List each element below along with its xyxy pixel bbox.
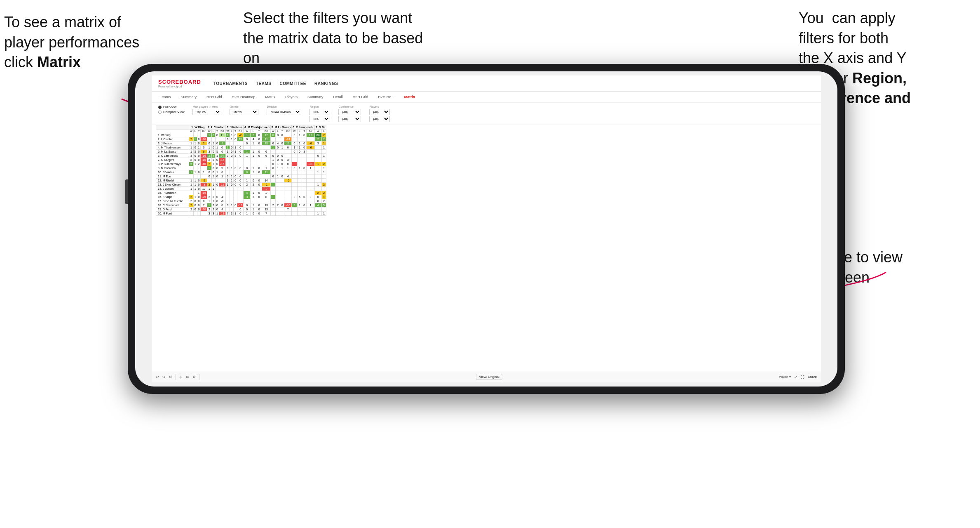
table-row: 17. S De La Fuente 2000 110-8 02 [156, 199, 326, 203]
sh-d2: Dif [219, 130, 225, 133]
col-header-5: 5. M La Sasso [270, 125, 291, 130]
subnav-h2h-grid[interactable]: H2H Grid [205, 94, 224, 100]
region-label: Region [309, 105, 330, 108]
sh-l3: L [230, 130, 234, 133]
sh-w7: W [314, 130, 321, 133]
row-label-5: 5. M La Sasso [156, 150, 189, 154]
filter-players: Players (All) (All) [369, 105, 390, 122]
conference-select-2[interactable]: (All) [338, 116, 361, 122]
row-label-19: 19. D Ford [156, 207, 189, 212]
sh-w4: W [244, 130, 251, 133]
row-label-11: 11. M Ege [156, 174, 189, 179]
table-row: 18. C Sherwood 2007 1300 010-11 01013 22… [156, 203, 326, 207]
sh-d1: Dif [201, 130, 207, 133]
sh-d4: Dif [262, 130, 271, 133]
col-header-7: 7. G Sa [314, 125, 326, 130]
sh-l1: L [193, 130, 197, 133]
sh-w6: W [292, 130, 298, 133]
region-select-2[interactable]: N/A [309, 116, 330, 122]
watch-btn[interactable]: Watch ▾ [779, 375, 791, 379]
table-row: 2. L Clanton 210-16 01013 04011 -24 22 [156, 137, 326, 141]
reload-btn[interactable]: ↺ [169, 375, 172, 379]
sh-t5: T [280, 130, 284, 133]
subnav-summary[interactable]: Summary [179, 94, 199, 100]
table-row: 1. W Ding 12011 110-2 12017 800 01013 60… [156, 133, 326, 137]
row-label-1: 1. W Ding [156, 133, 189, 137]
tablet-screen: SCOREBOARD Powered by clippd TOURNAMENTS… [152, 75, 821, 382]
division-select[interactable]: NCAA Division I [267, 109, 301, 115]
bottom-toolbar: ↩ ↪ ↺ ⊹ ⊕ ⚙ View: Original Watch ▾ ⤢ ⛶ S… [152, 371, 821, 382]
cursor-btn[interactable]: ⊹ [179, 375, 183, 379]
nav-tournaments[interactable]: TOURNAMENTS [213, 81, 248, 86]
subnav-h2h-he[interactable]: H2H He... [376, 94, 396, 100]
table-row: 13. J Skov Olesen 110-3 210-19 1000 220-… [156, 183, 326, 187]
view-full[interactable]: Full View [158, 105, 184, 109]
sh-l6: L [297, 130, 302, 133]
gender-label: Gender [230, 105, 258, 108]
view-compact[interactable]: Compact View [158, 110, 184, 114]
settings-btn[interactable]: ⚙ [192, 375, 196, 379]
toolbar-divider-2 [199, 374, 199, 380]
subnav-players-summary[interactable]: Summary [306, 94, 325, 100]
table-row: 16. K Vilips 210-25 2204 3308 0500 01 [156, 195, 326, 199]
table-row: 10. B Valdes 1101 0010 81011 11 [156, 170, 326, 174]
table-row: 6. C Lamprecht 300-16 24124 3050 1106 00… [156, 154, 326, 158]
subnav-detail[interactable]: Detail [332, 94, 345, 100]
redo-btn[interactable]: ↪ [162, 375, 166, 379]
sh-w2: W [207, 130, 211, 133]
toolbar-center: View: Original [203, 374, 776, 380]
col-header-3: 3. J Koivun [225, 125, 244, 130]
sh-t3: T [234, 130, 237, 133]
subnav-matrix-active[interactable]: Matrix [403, 94, 417, 100]
conference-select-1[interactable]: (All) [338, 109, 361, 115]
share-btn[interactable]: Share [808, 375, 817, 379]
sh-l4: L [251, 130, 256, 133]
row-label-2: 2. L Clanton [156, 137, 189, 141]
row-label-18: 18. C Sherwood [156, 203, 189, 207]
annotation-topleft: To see a matrix of player performances c… [4, 12, 144, 73]
nav-committee[interactable]: COMMITTEE [280, 81, 307, 86]
nav-teams[interactable]: TEAMS [256, 81, 272, 86]
row-label-17: 17. S De La Fuente [156, 199, 189, 203]
players-label: Players [369, 105, 390, 108]
region-select-1[interactable]: N/A [309, 109, 330, 115]
sh-w1: W [189, 130, 194, 133]
subnav-players[interactable]: Players [284, 94, 299, 100]
logo-subtitle: Powered by clippd [158, 85, 201, 88]
table-row: 3. J Koivun 1102 0102 01013 04011 010-6 … [156, 141, 326, 146]
row-label-9: 9. N Gabrelcik [156, 166, 189, 170]
filter-division: Division NCAA Division I [267, 105, 301, 115]
sh-t1: T [197, 130, 201, 133]
view-options: Full View Compact View [158, 105, 184, 114]
view-original-btn[interactable]: View: Original [476, 374, 502, 380]
table-row: 9. N Gabrelcik 1009 0100 0101 0111 0101 … [156, 166, 326, 170]
sh-l7: L [321, 130, 326, 133]
max-players-label: Max players in view [192, 105, 221, 108]
subnav-h2h-heatmap[interactable]: H2H Heatmap [230, 94, 257, 100]
nav-rankings[interactable]: RANKINGS [314, 81, 338, 86]
gender-select[interactable]: Men's [230, 109, 258, 115]
row-label-15: 15. P Maichon [156, 191, 189, 195]
row-label-3: 3. J Koivun [156, 141, 189, 146]
table-row: 14. J Lundin 11010 11 -7 [156, 187, 326, 191]
undo-btn[interactable]: ↩ [156, 375, 159, 379]
sh-d6: Dif [307, 130, 314, 133]
zoom-btn[interactable]: ⊕ [186, 375, 189, 379]
subnav-matrix[interactable]: Matrix [264, 94, 277, 100]
players-select-1[interactable]: (All) [369, 109, 390, 115]
subnav-teams[interactable]: Teams [158, 94, 173, 100]
toolbar-divider-1 [176, 374, 176, 380]
col-header-2: 2. L Clanton [207, 125, 225, 130]
col-header-4: 4. M Thorbjornsen [244, 125, 271, 130]
row-label-6: 6. C Lamprecht [156, 154, 189, 158]
table-row: 11. M Ege 0101 0100 0104 [156, 174, 326, 179]
expand-btn[interactable]: ⤢ [794, 375, 797, 379]
table-row: 19. D Ford 200-20 2204 -1 01013 7 [156, 207, 326, 212]
fullscreen-btn[interactable]: ⛶ [801, 375, 804, 379]
tablet-side-button [125, 179, 128, 204]
max-players-select[interactable]: Top 25 [192, 109, 221, 115]
full-view-label: Full View [163, 105, 176, 109]
players-select-2[interactable]: (All) [369, 116, 390, 122]
sh-t6: T [302, 130, 307, 133]
subnav-h2h-grid-2[interactable]: H2H Grid [351, 94, 370, 100]
